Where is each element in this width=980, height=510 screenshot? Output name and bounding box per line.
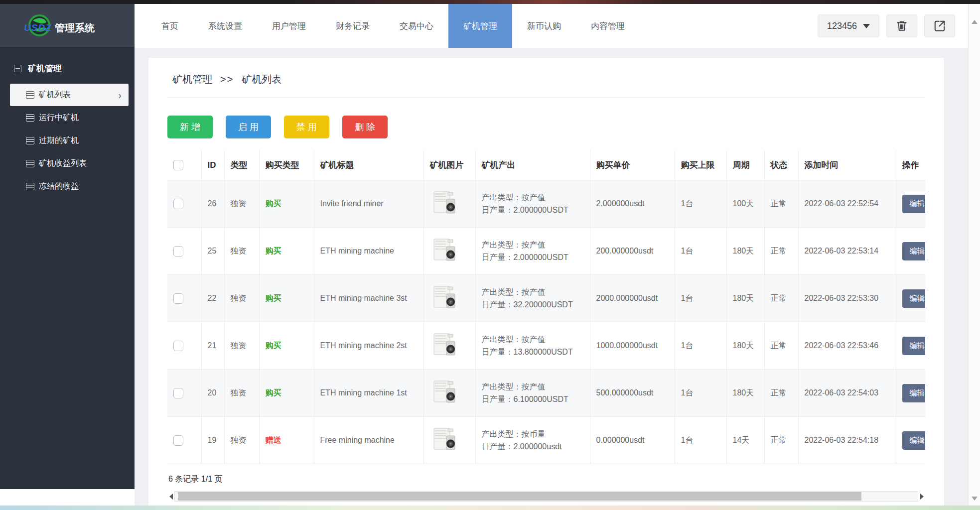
list-icon <box>26 114 34 122</box>
scroll-up-arrow-icon[interactable] <box>972 20 978 24</box>
cell-status: 正常 <box>764 370 798 417</box>
nav-item[interactable]: 新币认购 <box>512 4 576 48</box>
row-checkbox[interactable] <box>173 341 183 351</box>
column-header: 购买类型 <box>259 150 314 180</box>
column-header: 类型 <box>224 150 259 180</box>
output-type: 产出类型：按产值 <box>482 191 584 204</box>
cell-output: 产出类型：按产值 日产量：13.800000USDT <box>475 322 590 370</box>
output-type: 产出类型：按产值 <box>482 239 584 251</box>
select-all-checkbox[interactable] <box>173 160 183 170</box>
trash-button[interactable] <box>886 14 917 37</box>
nav-item[interactable]: 矿机管理 <box>448 4 512 48</box>
row-checkbox[interactable] <box>173 435 183 446</box>
nav-item[interactable]: 交易中心 <box>385 4 448 48</box>
trash-icon <box>895 19 908 32</box>
row-checkbox[interactable] <box>173 199 183 209</box>
nav-item-label: 用户管理 <box>272 20 306 32</box>
miner-photo <box>430 379 459 405</box>
cell-limit: 1台 <box>675 370 726 417</box>
cell-image <box>423 370 475 417</box>
cell-price: 1000.000000usdt <box>590 322 675 370</box>
horizontal-scroll-track[interactable] <box>174 491 918 502</box>
nav-item[interactable]: 财务记录 <box>321 4 385 48</box>
edit-button[interactable]: 编辑 <box>902 195 926 213</box>
miner-photo <box>430 189 459 216</box>
table-row: 25 独资 购买 ETH mining machine 产出类型：按产值 日产量… <box>167 228 925 275</box>
cell-type: 独资 <box>224 370 259 417</box>
sidebar-item-label: 运行中矿机 <box>39 113 79 123</box>
enable-button[interactable]: 启 用 <box>226 116 271 138</box>
cell-title: ETH mining machine 3st <box>314 275 423 322</box>
cell-price: 0.000000usdt <box>590 417 675 464</box>
edit-button[interactable]: 编辑 <box>902 289 926 308</box>
horizontal-scrollbar <box>167 491 925 502</box>
sidebar-item[interactable]: 冻结的收益 › <box>0 175 135 198</box>
user-id: 123456 <box>827 21 857 31</box>
sidebar: USDZ 管理系统 矿机管理 矿机列表 › 运行中矿机 › 过期的矿机 › 矿机… <box>0 4 135 506</box>
cell-title: ETH mining machine <box>314 228 423 275</box>
edit-button[interactable]: 编辑 <box>902 337 926 355</box>
nav-item[interactable]: 系统设置 <box>193 4 257 48</box>
list-icon <box>26 160 34 167</box>
nav-item-label: 矿机管理 <box>463 20 497 32</box>
row-checkbox[interactable] <box>173 246 183 256</box>
window-top-edge <box>0 0 980 4</box>
miner-table-container: ID类型购买类型矿机标题矿机图片矿机产出购买单价购买上限周期状态添加时间操作 2… <box>167 150 925 464</box>
column-header: 矿机标题 <box>314 150 423 180</box>
sidebar-item[interactable]: 过期的矿机 › <box>0 129 135 152</box>
horizontal-scroll-thumb[interactable] <box>178 492 861 501</box>
table-body: 26 独资 购买 Invite friend miner 产出类型：按产值 日产… <box>167 180 925 464</box>
column-header: 购买上限 <box>675 150 726 180</box>
row-checkbox[interactable] <box>173 388 183 398</box>
add-button[interactable]: 新 增 <box>167 116 213 138</box>
row-select-cell <box>167 370 201 417</box>
output-daily: 日产量：32.200000USDT <box>482 298 584 311</box>
admin-app: USDZ 管理系统 矿机管理 矿机列表 › 运行中矿机 › 过期的矿机 › 矿机… <box>0 4 968 506</box>
nav-item[interactable]: 首页 <box>146 4 193 48</box>
cell-output: 产出类型：按产值 日产量：2.000000USDT <box>475 180 590 228</box>
column-header: 状态 <box>764 150 798 180</box>
sidebar-item[interactable]: 运行中矿机 › <box>0 107 135 129</box>
cell-type: 独资 <box>224 275 259 322</box>
delete-button[interactable]: 删 除 <box>342 116 388 138</box>
cell-buy-type: 购买 <box>259 228 314 275</box>
disable-button[interactable]: 禁 用 <box>284 116 329 138</box>
edit-button[interactable]: 编辑 <box>902 242 926 260</box>
scroll-left-arrow-icon[interactable] <box>167 491 174 502</box>
sidebar-item[interactable]: 矿机列表 › <box>10 84 129 106</box>
cell-price: 2.000000usdt <box>590 180 675 228</box>
buy-type: 购买 <box>266 341 281 350</box>
nav-item[interactable]: 内容管理 <box>576 4 640 48</box>
output-daily: 日产量：6.100000USDT <box>482 393 584 405</box>
cell-buy-type: 购买 <box>259 275 314 322</box>
column-header: 矿机图片 <box>423 150 475 180</box>
scroll-down-arrow-icon[interactable] <box>972 497 978 501</box>
logout-button[interactable] <box>924 14 955 37</box>
buy-type: 购买 <box>266 388 281 397</box>
external-link-icon <box>933 19 946 32</box>
row-checkbox[interactable] <box>173 293 183 304</box>
cell-id: 19 <box>201 417 224 464</box>
scroll-right-arrow-icon[interactable] <box>918 491 925 502</box>
user-dropdown[interactable]: 123456 <box>818 14 879 37</box>
sidebar-item[interactable]: 矿机收益列表 › <box>0 152 135 175</box>
nav-item[interactable]: 用户管理 <box>257 4 321 48</box>
edit-button[interactable]: 编辑 <box>902 384 926 402</box>
output-type: 产出类型：按产值 <box>482 381 584 393</box>
sidebar-group-mining[interactable]: 矿机管理 <box>0 63 135 83</box>
header-actions: 123456 <box>818 4 968 48</box>
cell-title: Free mining machine <box>314 417 423 464</box>
cell-time: 2022-06-03 22:53:14 <box>798 228 896 275</box>
table-header-row: ID类型购买类型矿机标题矿机图片矿机产出购买单价购买上限周期状态添加时间操作 <box>167 150 925 180</box>
cell-cycle: 100天 <box>726 180 764 228</box>
nav-item-label: 新币认购 <box>527 20 561 32</box>
miner-photo <box>430 284 459 311</box>
vertical-scrollbar[interactable] <box>968 4 980 506</box>
column-header: 周期 <box>726 150 764 180</box>
edit-button[interactable]: 编辑 <box>902 431 926 450</box>
app-logo[interactable]: USDZ 管理系统 <box>0 4 135 48</box>
breadcrumb-parent[interactable]: 矿机管理 <box>172 73 212 86</box>
table-row: 21 独资 购买 ETH mining machine 2st 产出类型：按产值… <box>167 322 925 370</box>
cell-action: 编辑 <box>896 370 925 417</box>
cell-id: 26 <box>201 180 224 228</box>
